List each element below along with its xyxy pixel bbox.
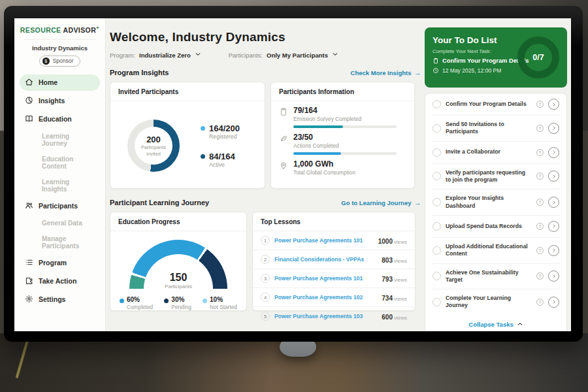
- sidebar-item-label: Insights: [39, 97, 65, 105]
- info-icon: ?: [536, 272, 544, 280]
- open-task-button[interactable]: [548, 245, 559, 256]
- open-task-button[interactable]: [548, 123, 559, 134]
- logo-advisor: ADVISOR: [63, 26, 96, 34]
- arrow-right-icon: →: [415, 199, 421, 206]
- sidebar-item-general-data[interactable]: General Data: [20, 216, 100, 230]
- task-row[interactable]: Explore Your Insights Dashboard ?: [432, 189, 560, 216]
- info-icon: ?: [536, 247, 544, 254]
- divider: [24, 39, 96, 40]
- open-task-button[interactable]: [548, 221, 559, 232]
- task-row[interactable]: Invite a Collaborator ?: [432, 142, 560, 164]
- task-checkbox[interactable]: [433, 172, 441, 180]
- task-list: Confirm Your Program Details ? Send 50 I…: [425, 93, 567, 331]
- lesson-row: 2 Financial Considerations - VPPAs 803vi…: [253, 250, 415, 269]
- task-row[interactable]: Verify participants requesting to join t…: [432, 164, 560, 190]
- sidebar-item-learning-insights[interactable]: Learning Insights: [20, 175, 100, 196]
- sidebar-item-label: Manage Participants: [42, 235, 95, 250]
- task-row[interactable]: Upload Additional Educational Content ?: [432, 238, 560, 264]
- program-insights-header: Program Insights Check More Insights →: [110, 69, 421, 76]
- puzzle-icon: [25, 276, 33, 286]
- sidebar-item-education-content[interactable]: Education Content: [20, 152, 100, 173]
- todo-summary-card: Your To Do List Complete Your Next Task:…: [425, 27, 567, 88]
- sidebar-item-settings[interactable]: Settings: [20, 291, 100, 308]
- program-label: Program:: [110, 52, 135, 59]
- learning-journey-cards: Education Progress 150 Participants 60: [110, 212, 421, 311]
- task-checkbox[interactable]: [433, 298, 441, 306]
- sidebar-item-manage-participants[interactable]: Manage Participants: [20, 232, 100, 253]
- task-row[interactable]: Send 50 Invitations to Participants ?: [432, 116, 560, 142]
- task-checkbox[interactable]: [433, 124, 441, 133]
- sidebar-item-label: Program: [39, 259, 67, 267]
- rank-badge: 4: [261, 293, 270, 302]
- education-progress-card: Education Progress 150 Participants 60: [110, 212, 247, 311]
- open-task-button[interactable]: [548, 197, 559, 208]
- logo-plus: +: [96, 25, 99, 31]
- open-task-button[interactable]: [548, 99, 559, 110]
- sidebar-item-insights[interactable]: Insights: [20, 93, 100, 109]
- sidebar-item-education[interactable]: Education: [20, 111, 100, 127]
- leaf-icon: [279, 134, 288, 143]
- sidebar-item-participants[interactable]: Participants: [20, 198, 100, 214]
- task-row[interactable]: Upload Spend Data Records ?: [432, 216, 560, 238]
- check-more-insights-link[interactable]: Check More Insights →: [351, 69, 421, 76]
- legend-completed: 60% Completed: [120, 296, 153, 310]
- task-row[interactable]: Achieve One Sustainability Target ?: [432, 264, 560, 290]
- task-checkbox[interactable]: [433, 222, 441, 231]
- info-icon: ?: [536, 223, 544, 230]
- learning-journey-header: Participant Learning Journey Go to Learn…: [110, 199, 421, 206]
- progress-bar: [293, 152, 397, 155]
- program-insights-cards: Invited Participants 200 Participants In…: [110, 82, 421, 189]
- go-to-learning-journey-link[interactable]: Go to Learning Journey →: [341, 199, 421, 206]
- open-task-button[interactable]: [548, 147, 559, 158]
- info-icon: ?: [536, 199, 544, 206]
- stat-global-consumption: 1,000 GWh Total Global Consumption: [271, 155, 414, 176]
- rank-badge: 3: [261, 274, 270, 283]
- lesson-link[interactable]: Power Purchase Agreements 103: [274, 313, 377, 319]
- arrow-right-icon: →: [415, 69, 421, 76]
- participants-select[interactable]: Participants: Only My Participants: [229, 51, 338, 59]
- lesson-link[interactable]: Power Purchase Agreements 101: [274, 237, 374, 244]
- lesson-row: 1 Power Purchase Agreements 101 1000view…: [253, 231, 415, 250]
- task-checkbox[interactable]: [433, 198, 441, 206]
- sponsor-icon: $: [42, 57, 50, 65]
- invited-participants-card: Invited Participants 200 Participants In…: [110, 82, 265, 189]
- program-value: Industrialize Zero: [139, 52, 191, 59]
- open-task-button[interactable]: [548, 171, 559, 182]
- task-row[interactable]: Confirm Your Program Details ?: [432, 93, 560, 116]
- program-select[interactable]: Program: Industrialize Zero: [110, 51, 201, 59]
- sidebar-item-label: Learning Journey: [42, 133, 95, 147]
- next-task-label: Confirm Your Program Details: [442, 57, 529, 64]
- task-checkbox[interactable]: [433, 148, 441, 157]
- todo-progress-value: 0/7: [532, 53, 544, 62]
- sidebar-item-label: Take Action: [39, 277, 76, 285]
- book-icon: [25, 114, 33, 124]
- open-task-button[interactable]: [548, 297, 559, 308]
- task-checkbox[interactable]: [433, 246, 441, 255]
- gauge-center-value: 150: [129, 272, 227, 284]
- lesson-row: 3 Power Purchase Agreements 101 793views: [253, 269, 415, 288]
- list-icon: [25, 258, 33, 268]
- sidebar-item-label: General Data: [42, 220, 82, 227]
- info-icon: ?: [536, 299, 544, 306]
- todo-panel: Your To Do List Complete Your Next Task:…: [425, 18, 567, 331]
- task-checkbox[interactable]: [433, 272, 441, 280]
- legend-dot: [201, 126, 205, 131]
- lesson-link[interactable]: Power Purchase Agreements 101: [274, 275, 377, 282]
- rank-badge: 5: [261, 312, 270, 321]
- sponsor-label: Sponsor: [53, 57, 74, 64]
- sidebar-item-label: Education Content: [42, 155, 95, 170]
- lesson-link[interactable]: Financial Considerations - VPPAs: [274, 256, 377, 263]
- task-row[interactable]: Complete Your Learning Journey ?: [432, 289, 560, 315]
- sidebar-item-home[interactable]: Home: [20, 74, 100, 91]
- lesson-link[interactable]: Power Purchase Agreements 102: [274, 294, 377, 301]
- sidebar-item-take-action[interactable]: Take Action: [20, 273, 100, 289]
- chevron-down-icon: [332, 51, 338, 59]
- task-checkbox[interactable]: [433, 100, 441, 108]
- info-icon: ?: [536, 149, 544, 156]
- pin-icon: [279, 161, 288, 170]
- open-task-button[interactable]: [548, 270, 559, 282]
- collapse-tasks-button[interactable]: Collapse Tasks: [432, 315, 560, 331]
- sidebar-item-program[interactable]: Program: [20, 255, 100, 271]
- sidebar-item-learning-journey[interactable]: Learning Journey: [20, 129, 100, 150]
- education-gauge-chart: 150 Participants: [129, 240, 227, 289]
